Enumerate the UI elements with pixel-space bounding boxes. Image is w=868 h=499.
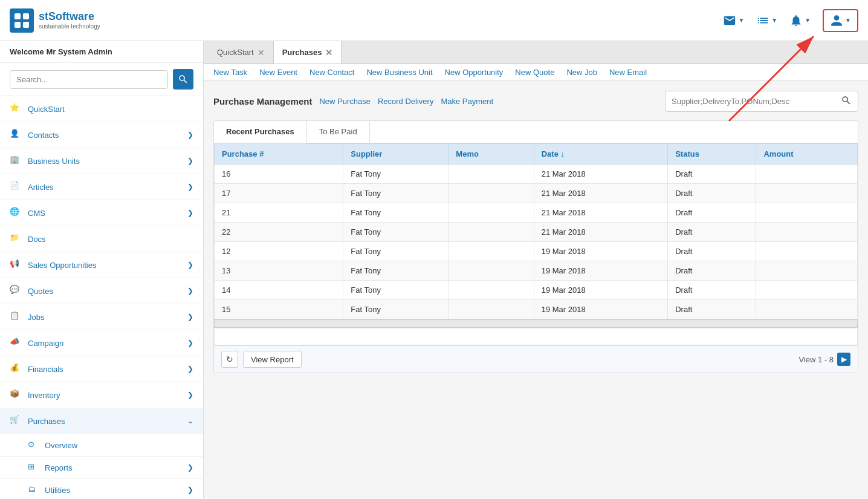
sidebar-item-sales-opportunities[interactable]: 📢 Sales Opportunities ❯: [0, 252, 203, 278]
cms-icon: 🌐: [10, 207, 22, 219]
sidebar-item-inventory[interactable]: 📦 Inventory ❯: [0, 382, 203, 408]
col-supplier[interactable]: Supplier: [343, 144, 449, 165]
tab-quickstart[interactable]: QuickStart ✕: [209, 41, 274, 64]
svg-rect-3: [23, 13, 29, 19]
sidebar-item-financials[interactable]: 💰 Financials ❯: [0, 356, 203, 382]
sidebar-label-quotes: Quotes: [28, 287, 187, 296]
sidebar-label-business-units: Business Units: [28, 157, 187, 166]
table-row[interactable]: 13Fat Tony19 Mar 2018Draft: [215, 261, 858, 281]
svg-rect-5: [23, 22, 29, 28]
view-report-button[interactable]: View Report: [243, 351, 302, 368]
pm-new-purchase[interactable]: New Purchase: [319, 97, 371, 106]
action-new-event[interactable]: New Event: [259, 68, 297, 77]
bell-icon-group[interactable]: ▼: [789, 14, 811, 27]
email-chevron: ▼: [738, 17, 744, 24]
sidebar-item-jobs[interactable]: 📋 Jobs ❯: [0, 304, 203, 330]
svg-rect-4: [15, 22, 21, 28]
campaign-icon: 📣: [10, 337, 22, 349]
brand-sub: sustainable technology: [39, 23, 100, 30]
cell-supplier: Fat Tony: [343, 261, 449, 281]
sidebar-item-cms[interactable]: 🌐 CMS ❯: [0, 200, 203, 226]
action-new-job[interactable]: New Job: [566, 68, 597, 77]
action-new-email[interactable]: New Email: [609, 68, 647, 77]
pm-actions: New Purchase Record Delivery Make Paymen…: [319, 97, 493, 106]
purchases-icon: 🛒: [10, 415, 22, 427]
action-new-quote[interactable]: New Quote: [515, 68, 554, 77]
action-new-contact[interactable]: New Contact: [309, 68, 354, 77]
reports-icon: ⊞: [28, 462, 39, 473]
search-bar: [0, 63, 203, 96]
sidebar-label-sales: Sales Opportunities: [28, 261, 187, 270]
sidebar-label-contacts: Contacts: [28, 131, 187, 140]
tab-quickstart-close[interactable]: ✕: [257, 48, 265, 57]
table-footer: ↻ View Report View 1 - 8 ▶: [214, 345, 858, 373]
tab-purchases[interactable]: Purchases ✕: [274, 41, 342, 64]
action-new-opportunity[interactable]: New Opportunity: [445, 68, 504, 77]
sidebar-item-quotes[interactable]: 💬 Quotes ❯: [0, 278, 203, 304]
sidebar: Welcome Mr System Admin ⭐ QuickStart 👤 C…: [0, 41, 204, 499]
inner-tab-to-be-paid[interactable]: To Be Paid: [307, 121, 370, 143]
cell-date: 21 Mar 2018: [534, 184, 667, 203]
col-memo[interactable]: Memo: [449, 144, 534, 165]
email-icon-group[interactable]: ▼: [723, 14, 744, 27]
list-icon-group[interactable]: ▼: [756, 14, 777, 27]
cell-purchase_num: 14: [215, 281, 343, 300]
table-row[interactable]: 12Fat Tony19 Mar 2018Draft: [215, 242, 858, 261]
cell-status: Draft: [668, 165, 756, 184]
search-button[interactable]: [173, 69, 193, 90]
svg-rect-2: [15, 13, 21, 19]
table-row[interactable]: 21Fat Tony21 Mar 2018Draft: [215, 203, 858, 223]
sidebar-item-purchases[interactable]: 🛒 Purchases ⌄: [0, 408, 203, 434]
sidebar-item-contacts[interactable]: 👤 Contacts ❯: [0, 122, 203, 148]
col-amount[interactable]: Amount: [756, 144, 858, 165]
cell-amount: [756, 184, 858, 203]
pm-make-payment[interactable]: Make Payment: [441, 97, 493, 106]
header-icons: ▼ ▼ ▼ ▼: [723, 9, 858, 32]
sidebar-item-reports[interactable]: ⊞ Reports ❯: [0, 457, 203, 479]
col-date[interactable]: Date ↓: [534, 144, 667, 165]
quotes-icon: 💬: [10, 285, 22, 297]
tab-purchases-close[interactable]: ✕: [325, 48, 332, 57]
sidebar-item-utilities[interactable]: 🗂 Utilities ❯: [0, 479, 203, 499]
pm-search-button[interactable]: [835, 91, 858, 111]
table-row[interactable]: 17Fat Tony21 Mar 2018Draft: [215, 184, 858, 203]
next-page-button[interactable]: ▶: [837, 353, 850, 366]
user-icon-group[interactable]: ▼: [823, 9, 858, 32]
cell-memo: [449, 242, 534, 261]
sidebar-item-quickstart[interactable]: ⭐ QuickStart: [0, 96, 203, 122]
table-row[interactable]: 22Fat Tony21 Mar 2018Draft: [215, 223, 858, 242]
cell-purchase_num: 21: [215, 203, 343, 223]
sidebar-item-articles[interactable]: 📄 Articles ❯: [0, 174, 203, 200]
footer-left: ↻ View Report: [221, 351, 302, 368]
sidebar-item-business-units[interactable]: 🏢 Business Units ❯: [0, 148, 203, 174]
sidebar-item-campaign[interactable]: 📣 Campaign ❯: [0, 330, 203, 356]
sidebar-item-overview[interactable]: ⊙ Overview: [0, 434, 203, 457]
table-row[interactable]: 15Fat Tony19 Mar 2018Draft: [215, 300, 858, 319]
inventory-icon: 📦: [10, 389, 22, 401]
action-new-task[interactable]: New Task: [213, 68, 247, 77]
cell-supplier: Fat Tony: [343, 281, 449, 300]
table-row[interactable]: 14Fat Tony19 Mar 2018Draft: [215, 281, 858, 300]
pm-search-input[interactable]: [666, 93, 835, 110]
utilities-icon: 🗂: [28, 484, 39, 495]
cell-purchase_num: 17: [215, 184, 343, 203]
pm-record-delivery[interactable]: Record Delivery: [378, 97, 433, 106]
purchases-panel: Recent Purchases To Be Paid Purchase # S…: [213, 120, 858, 373]
sidebar-item-docs[interactable]: 📁 Docs: [0, 226, 203, 252]
sidebar-label-quickstart: QuickStart: [28, 105, 193, 114]
col-purchase-num[interactable]: Purchase #: [215, 144, 343, 165]
inner-tab-recent-purchases[interactable]: Recent Purchases: [214, 121, 307, 143]
cell-status: Draft: [668, 242, 756, 261]
search-input[interactable]: [10, 70, 168, 89]
horizontal-scrollbar[interactable]: [214, 319, 858, 328]
cell-date: 21 Mar 2018: [534, 223, 667, 242]
contacts-icon: 👤: [10, 129, 22, 141]
col-status[interactable]: Status: [668, 144, 756, 165]
top-header: stSoftware sustainable technology ▼ ▼ ▼ …: [0, 0, 868, 41]
action-new-business-unit[interactable]: New Business Unit: [366, 68, 432, 77]
sidebar-nav: ⭐ QuickStart 👤 Contacts ❯ 🏢 Business Uni…: [0, 96, 203, 499]
view-range-text: View 1 - 8: [798, 355, 834, 364]
table-row[interactable]: 16Fat Tony21 Mar 2018Draft: [215, 165, 858, 184]
refresh-button[interactable]: ↻: [221, 351, 238, 368]
cell-amount: [756, 242, 858, 261]
